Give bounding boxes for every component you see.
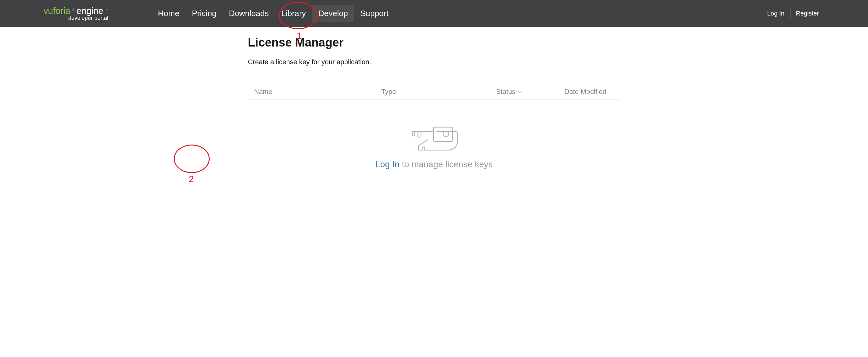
empty-state: Log In to manage license keys xyxy=(248,100,620,188)
content: License Manager Create a license key for… xyxy=(242,27,626,198)
logo-trademark-icon: ™ xyxy=(105,8,108,11)
logo-brand: vuforia xyxy=(43,6,70,16)
th-status-label: Status xyxy=(496,88,515,96)
page-subtitle: Create a license key for your applicatio… xyxy=(248,58,620,66)
header: vuforia® engine™ developer portal Home P… xyxy=(0,0,868,27)
th-type[interactable]: Type xyxy=(381,88,496,96)
nav-home[interactable]: Home xyxy=(152,5,186,22)
login-link[interactable]: Log In xyxy=(762,9,790,18)
chevron-down-icon xyxy=(518,90,522,94)
empty-text: Log In to manage license keys xyxy=(375,159,493,169)
th-name[interactable]: Name xyxy=(254,88,381,96)
annotation-label-2: 2 xyxy=(189,174,194,184)
nav-library[interactable]: Library xyxy=(275,5,312,22)
th-date[interactable]: Date Modified xyxy=(564,88,614,96)
auth-area: Log In Register xyxy=(762,8,856,18)
nav-downloads[interactable]: Downloads xyxy=(223,5,275,22)
register-link[interactable]: Register xyxy=(790,9,825,18)
keys-icon xyxy=(409,125,459,156)
logo-suffix: engine xyxy=(76,6,103,16)
logo[interactable]: vuforia® engine™ developer portal xyxy=(12,6,127,22)
logo-subtitle: developer portal xyxy=(43,15,108,22)
th-status[interactable]: Status xyxy=(496,88,564,96)
main-nav: Home Pricing Downloads Library Develop S… xyxy=(152,5,395,22)
annotation-circle-2 xyxy=(174,144,210,173)
empty-login-link[interactable]: Log In xyxy=(375,159,400,169)
nav-develop[interactable]: Develop xyxy=(312,5,354,22)
svg-point-1 xyxy=(443,131,448,137)
page-title: License Manager xyxy=(248,36,620,49)
logo-line1: vuforia® engine™ xyxy=(43,6,108,16)
nav-pricing[interactable]: Pricing xyxy=(186,5,222,22)
logo-registered-icon: ® xyxy=(72,8,74,11)
table-header: Name Type Status Date Modified xyxy=(248,88,620,100)
empty-suffix: to manage license keys xyxy=(400,159,493,169)
nav-support[interactable]: Support xyxy=(354,5,395,22)
